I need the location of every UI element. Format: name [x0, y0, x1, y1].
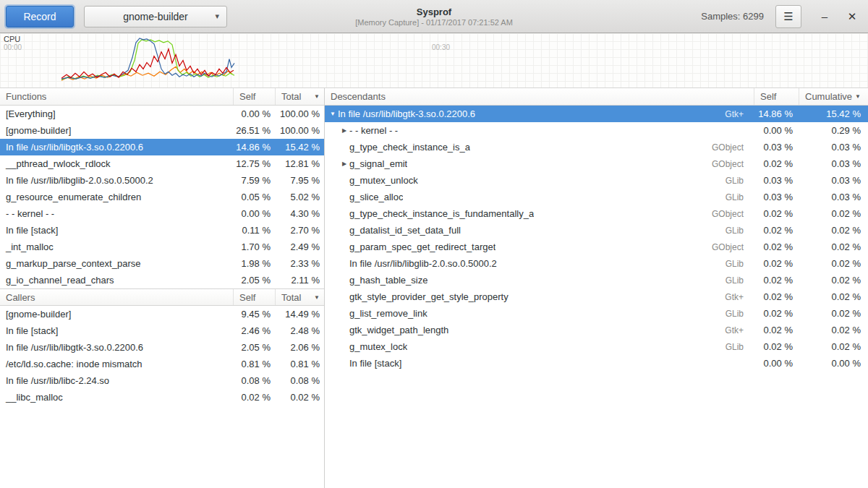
- functions-total-column-header[interactable]: Total ▼: [275, 88, 324, 105]
- function-name: g_type_check_instance_is_fundamentally_a: [349, 208, 534, 219]
- cumulative-value: 0.03 %: [799, 158, 868, 169]
- functions-row[interactable]: g_markup_parse_context_parse 1.98 % 2.33…: [0, 255, 324, 272]
- descendants-row[interactable]: g_list_remove_link GLib 0.02 % 0.02 %: [325, 305, 868, 322]
- library-badge: GObject: [712, 209, 754, 219]
- caller-name: In file /usr/lib/libgtk-3.so.0.2200.6: [0, 342, 233, 353]
- descendants-row[interactable]: g_mutex_unlock GLib 0.03 % 0.03 %: [325, 172, 868, 189]
- functions-row[interactable]: __pthread_rwlock_rdlock 12.75 % 12.81 %: [0, 155, 324, 172]
- descendants-row-selected[interactable]: ▼ In file /usr/lib/libgtk-3.so.0.2200.6 …: [325, 106, 868, 122]
- function-name: gtk_widget_path_length: [349, 325, 448, 335]
- descendants-row[interactable]: g_param_spec_get_redirect_target GObject…: [325, 239, 868, 255]
- target-selector-dropdown[interactable]: gnome-builder ▾: [84, 6, 227, 27]
- cpu-usage-graph[interactable]: CPU 00:00 00:30: [0, 33, 868, 88]
- descendants-row[interactable]: gtk_widget_path_length Gtk+ 0.02 % 0.02 …: [325, 322, 868, 338]
- library-badge: GLib: [726, 275, 754, 286]
- function-name: g_slice_alloc: [349, 192, 403, 202]
- descendants-row[interactable]: ▶ - - kernel - - 0.00 % 0.29 %: [325, 122, 868, 139]
- expander-collapsed-icon[interactable]: ▶: [339, 127, 349, 134]
- callers-row[interactable]: In file /usr/lib/libc-2.24.so 0.08 % 0.0…: [0, 372, 324, 389]
- self-value: 1.98 %: [233, 258, 275, 269]
- callers-self-column-header[interactable]: Self: [233, 289, 275, 305]
- descendants-row[interactable]: ▶ g_signal_emit GObject 0.02 % 0.03 %: [325, 155, 868, 172]
- functions-row[interactable]: - - kernel - - 0.00 % 4.30 %: [0, 205, 324, 222]
- descendants-row[interactable]: g_type_check_instance_is_a GObject 0.03 …: [325, 139, 868, 155]
- function-name: In file /usr/lib/libgtk-3.so.0.2200.6: [0, 142, 233, 153]
- close-icon: ✕: [848, 10, 857, 23]
- close-button[interactable]: ✕: [842, 7, 862, 27]
- callers-row[interactable]: In file /usr/lib/libgtk-3.so.0.2200.6 2.…: [0, 339, 324, 356]
- functions-column-header[interactable]: Functions: [0, 88, 233, 105]
- hamburger-menu-button[interactable]: ☰: [775, 5, 801, 28]
- record-button[interactable]: Record: [6, 6, 74, 27]
- cumulative-value: 0.02 %: [799, 208, 868, 219]
- callers-row[interactable]: In file [stack] 2.46 % 2.48 %: [0, 322, 324, 339]
- callers-column-header[interactable]: Callers: [0, 289, 233, 305]
- functions-self-column-header[interactable]: Self: [233, 88, 275, 105]
- self-value: 2.46 %: [233, 325, 275, 336]
- descendants-row[interactable]: g_datalist_id_set_data_full GLib 0.02 % …: [325, 222, 868, 239]
- library-badge: GLib: [726, 259, 754, 269]
- function-name: g_resource_enumerate_children: [0, 192, 233, 202]
- cumulative-value: 0.03 %: [799, 175, 868, 186]
- functions-row[interactable]: [gnome-builder] 26.51 % 100.00 %: [0, 122, 324, 139]
- left-pane: Functions Self Total ▼ [Everything] 0.00…: [0, 88, 325, 488]
- callers-row[interactable]: __libc_malloc 0.02 % 0.02 %: [0, 389, 324, 406]
- total-value: 0.81 %: [275, 359, 324, 369]
- functions-row[interactable]: [Everything] 0.00 % 100.00 %: [0, 106, 324, 122]
- cumulative-column-label: Cumulative: [805, 91, 852, 102]
- total-value: 0.02 %: [275, 392, 324, 403]
- functions-row[interactable]: In file [stack] 0.11 % 2.70 %: [0, 222, 324, 239]
- functions-row[interactable]: In file /usr/lib/libglib-2.0.so.0.5000.2…: [0, 172, 324, 189]
- callers-total-column-header[interactable]: Total ▼: [275, 289, 324, 305]
- functions-row-selected[interactable]: In file /usr/lib/libgtk-3.so.0.2200.6 14…: [0, 139, 324, 155]
- self-value: 14.86 %: [233, 142, 275, 153]
- caller-name: /etc/ld.so.cache: inode mismatch: [0, 359, 233, 369]
- expander-collapsed-icon[interactable]: ▶: [339, 160, 349, 167]
- function-name: g_signal_emit: [349, 158, 407, 169]
- library-badge: GLib: [726, 192, 754, 202]
- descendants-row[interactable]: g_mutex_lock GLib 0.02 % 0.02 %: [325, 338, 868, 355]
- minimize-button[interactable]: –: [814, 7, 835, 27]
- total-value: 2.48 %: [275, 325, 324, 336]
- functions-row[interactable]: _int_malloc 1.70 % 2.49 %: [0, 239, 324, 255]
- descendants-row[interactable]: g_type_check_instance_is_fundamentally_a…: [325, 205, 868, 222]
- function-name: g_io_channel_read_chars: [0, 275, 233, 286]
- callers-row[interactable]: [gnome-builder] 9.45 % 14.49 %: [0, 306, 324, 322]
- total-value: 0.08 %: [275, 375, 324, 386]
- functions-row[interactable]: g_resource_enumerate_children 0.05 % 5.0…: [0, 189, 324, 205]
- functions-row[interactable]: g_io_channel_read_chars 2.05 % 2.11 %: [0, 272, 324, 288]
- callers-row[interactable]: /etc/ld.so.cache: inode mismatch 0.81 % …: [0, 356, 324, 372]
- hamburger-icon: ☰: [783, 10, 793, 23]
- callers-header-row: Callers Self Total ▼: [0, 288, 324, 306]
- function-name: In file /usr/lib/libgtk-3.so.0.2200.6: [338, 108, 475, 119]
- self-column-label: Self: [239, 292, 255, 303]
- descendants-row[interactable]: gtk_style_provider_get_style_property Gt…: [325, 288, 868, 305]
- self-column-label: Self: [760, 91, 776, 102]
- self-value: 1.70 %: [233, 241, 275, 252]
- function-name: - - kernel - -: [0, 208, 233, 219]
- descendants-row[interactable]: In file [stack] 0.00 % 0.00 %: [325, 355, 868, 372]
- right-pane-empty-area: [325, 372, 868, 488]
- cumulative-value: 0.02 %: [799, 291, 868, 302]
- cpu-graph-label: CPU: [4, 35, 20, 43]
- descendants-row[interactable]: In file /usr/lib/libglib-2.0.so.0.5000.2…: [325, 255, 868, 272]
- self-value: 0.03 %: [754, 175, 799, 186]
- self-value: 0.02 %: [233, 392, 275, 403]
- descendants-row[interactable]: g_hash_table_size GLib 0.02 % 0.02 %: [325, 272, 868, 288]
- descendants-column-header[interactable]: Descendants: [325, 88, 754, 105]
- self-value: 12.75 %: [233, 158, 275, 169]
- self-value: 0.02 %: [754, 258, 799, 269]
- chevron-down-icon: ▾: [215, 12, 219, 21]
- descendants-cumulative-column-header[interactable]: Cumulative ▼: [799, 88, 868, 105]
- self-value: 0.00 %: [233, 208, 275, 219]
- total-value: 14.49 %: [275, 309, 324, 320]
- cumulative-value: 0.02 %: [799, 341, 868, 352]
- cpu-lines-chart: [0, 33, 868, 87]
- self-value: 0.02 %: [754, 308, 799, 319]
- descendants-row[interactable]: g_slice_alloc GLib 0.03 % 0.03 %: [325, 189, 868, 205]
- library-badge: GLib: [726, 309, 754, 319]
- descendants-self-column-header[interactable]: Self: [754, 88, 799, 105]
- callers-title: Callers: [6, 292, 35, 303]
- cumulative-value: 0.02 %: [799, 241, 868, 252]
- expander-expanded-icon[interactable]: ▼: [328, 111, 338, 117]
